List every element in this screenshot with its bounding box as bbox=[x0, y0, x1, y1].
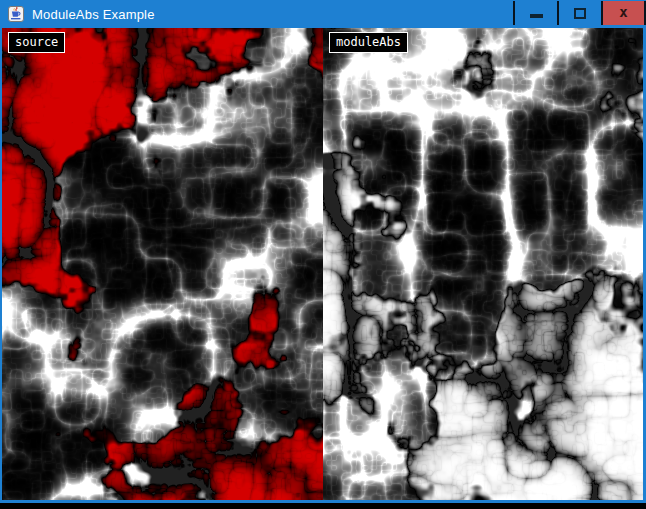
minimize-icon bbox=[530, 14, 543, 18]
window-controls: x bbox=[513, 1, 646, 25]
close-button[interactable]: x bbox=[601, 1, 646, 25]
maximize-icon bbox=[574, 8, 586, 19]
render-area: source moduleAbs bbox=[2, 28, 643, 500]
moduleabs-image-canvas bbox=[323, 28, 643, 500]
source-image-canvas bbox=[2, 28, 323, 500]
minimize-button[interactable] bbox=[513, 1, 557, 25]
source-label: source bbox=[8, 32, 65, 53]
app-window: ModuleAbs Example x source moduleAbs bbox=[0, 0, 646, 503]
moduleabs-label: moduleAbs bbox=[329, 32, 408, 53]
titlebar[interactable]: ModuleAbs Example x bbox=[0, 0, 646, 28]
close-icon: x bbox=[619, 5, 627, 19]
maximize-button[interactable] bbox=[557, 1, 601, 25]
java-coffee-cup-icon bbox=[8, 6, 24, 22]
window-title: ModuleAbs Example bbox=[32, 7, 155, 22]
